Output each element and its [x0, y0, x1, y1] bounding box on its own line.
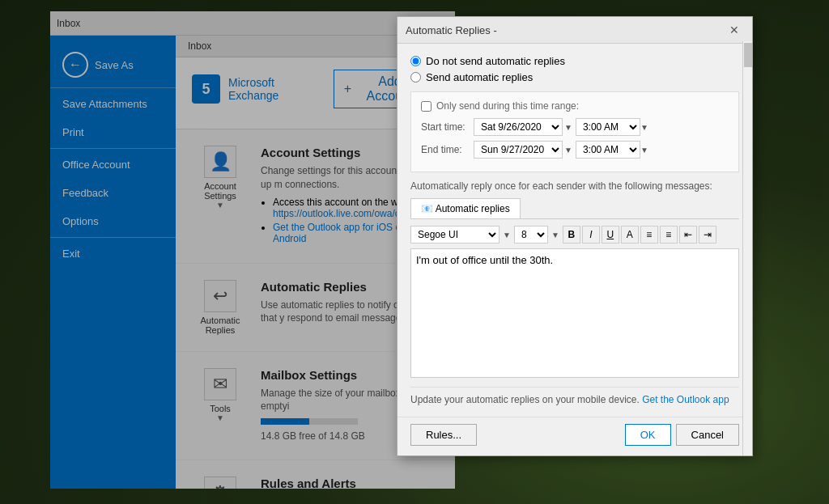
rules-button[interactable]: Rules...	[410, 424, 477, 446]
no-reply-label: Do not send automatic replies	[426, 55, 565, 67]
send-reply-row: Send automatic replies	[410, 71, 739, 83]
time-range-header: Only send during this time range:	[421, 100, 729, 112]
ok-button[interactable]: OK	[625, 424, 671, 446]
decrease-indent-button[interactable]: ⇤	[679, 226, 697, 244]
time-range-label: Only send during this time range:	[436, 100, 579, 112]
editor-toolbar: Segoe UI ▼ 8 ▼ B I U A ≡ ≡ ⇤ ⇥	[410, 226, 739, 244]
end-time-label: End time:	[421, 144, 474, 155]
time-range-section: Only send during this time range: Start …	[410, 91, 739, 172]
start-time-row: Start time: Sat 9/26/2020 ▼ 3:00 AM ▼	[421, 118, 729, 136]
font-color-button[interactable]: A	[621, 226, 639, 244]
scrollbar-thumb	[744, 43, 752, 67]
bold-button[interactable]: B	[563, 226, 580, 244]
size-chevron-icon: ▼	[551, 231, 559, 239]
size-select[interactable]: 8	[514, 226, 548, 244]
start-time-label: Start time:	[421, 121, 474, 133]
reply-textarea[interactable]: I'm out of office until the 30th.	[410, 248, 739, 378]
font-select[interactable]: Segoe UI	[410, 226, 500, 244]
dialog-scrollbar[interactable]	[742, 41, 752, 455]
send-reply-radio[interactable]	[410, 72, 421, 83]
automatic-replies-dialog: Automatic Replies - ✕ Do not send automa…	[397, 16, 753, 456]
cancel-button[interactable]: Cancel	[676, 424, 739, 446]
mobile-update-text: Update your automatic replies on your mo…	[410, 394, 640, 405]
no-reply-radio[interactable]	[410, 56, 421, 66]
start-time-chevron-icon: ▼	[640, 123, 648, 132]
tab-automatic-replies[interactable]: 📧 Automatic replies	[410, 198, 521, 218]
envelope-icon: 📧	[421, 203, 433, 214]
dialog-title: Automatic Replies -	[406, 24, 497, 36]
tab-strip: 📧 Automatic replies	[410, 198, 739, 219]
dialog-titlebar: Automatic Replies - ✕	[397, 17, 752, 44]
format-buttons-group: B I U A ≡ ≡ ⇤ ⇥	[563, 226, 716, 244]
bullets-button[interactable]: ≡	[640, 226, 658, 244]
end-time-chevron-icon: ▼	[640, 146, 648, 155]
start-time-select[interactable]: 3:00 AM	[576, 118, 640, 136]
no-reply-row: Do not send automatic replies	[410, 55, 739, 67]
end-date-select[interactable]: Sun 9/27/2020	[474, 141, 563, 159]
mobile-update-section: Update your automatic replies on your mo…	[410, 387, 739, 405]
dialog-body: Do not send automatic replies Send autom…	[397, 44, 752, 417]
end-date-chevron-icon: ▼	[564, 146, 572, 155]
get-outlook-app-link[interactable]: Get the Outlook app	[642, 394, 729, 405]
reply-options-group: Do not send automatic replies Send autom…	[410, 55, 739, 83]
send-reply-label: Send automatic replies	[426, 71, 533, 83]
time-range-checkbox[interactable]	[421, 101, 432, 112]
end-time-select[interactable]: 3:00 AM	[576, 141, 640, 159]
font-chevron-icon: ▼	[503, 231, 511, 239]
underline-button[interactable]: U	[602, 226, 619, 244]
end-time-row: End time: Sun 9/27/2020 ▼ 3:00 AM ▼	[421, 141, 729, 159]
start-date-chevron-icon: ▼	[564, 123, 572, 132]
dialog-footer: Rules... OK Cancel	[397, 417, 752, 455]
dialog-close-button[interactable]: ✕	[725, 22, 744, 38]
italic-button[interactable]: I	[582, 226, 600, 244]
increase-indent-button[interactable]: ⇥	[699, 226, 716, 244]
numbering-button[interactable]: ≡	[660, 226, 678, 244]
start-date-select[interactable]: Sat 9/26/2020	[474, 118, 563, 136]
reply-info-text: Automatically reply once for each sender…	[410, 180, 739, 192]
